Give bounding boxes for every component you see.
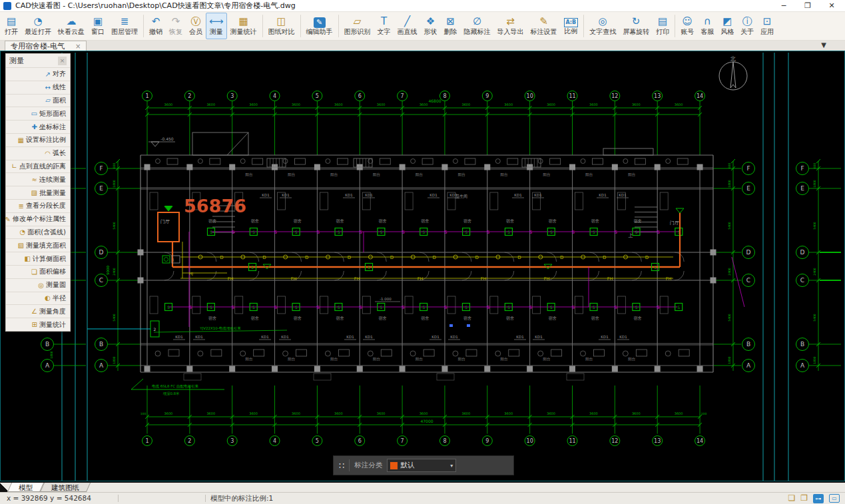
measure-tool-item[interactable]: ↔ 线性 [6,81,70,94]
toolbar-button[interactable]: ☁ 快看云盘 [55,13,88,39]
toolbar-button[interactable]: ⟷ 测量 [206,13,227,39]
svg-text:3600: 3600 [632,103,641,107]
measure-tool-item[interactable]: ▦ 设置标注比例 [6,133,70,146]
toolbar-button[interactable]: ∅ 隐藏标注 [461,13,494,39]
measure-tool-item[interactable]: ▭ 矩形面积 [6,107,70,120]
toolbar-button-icon: ◩ [722,16,732,28]
sheet-tab-drawing[interactable]: 建筑图纸 [42,483,89,492]
svg-text:1800: 1800 [50,351,53,359]
measure-tool-item[interactable]: ≈ 连续测量 [6,172,70,186]
toolbar-button[interactable]: ⓘ 关于 [737,13,757,39]
toolbar-button[interactable]: A:B 比例 [561,13,582,39]
measure-tool-item[interactable]: ◐ 半径 [6,292,70,305]
toolbar-button[interactable] [143,15,144,37]
toolbar-button[interactable]: ▦ 测量统计 [227,13,260,39]
measure-tool-item[interactable]: ✎ 修改单个标注属性 [6,212,70,226]
svg-text:1800: 1800 [113,356,116,364]
svg-text:宿舍: 宿舍 [336,218,344,224]
toolbar-button[interactable]: ⊡ 应用 [757,13,777,39]
tab-close-icon[interactable]: × [75,43,81,50]
document-tab[interactable]: 专用宿舍楼-电气 × [5,41,87,51]
measure-tool-item[interactable]: ❏ 面积偏移 [6,265,70,278]
toolbar-button[interactable]: ↶ 撤销 [146,13,166,39]
measure-tool-icon: ✚ [32,123,37,130]
toolbar-button[interactable]: ❖ 形状 [421,13,441,39]
measure-tool-item[interactable]: ⊞ 测量统计 [6,318,70,331]
window-mode-icon[interactable]: ▭ [829,494,840,503]
toolbar-button[interactable]: ◩ 风格 [717,13,737,39]
toolbar-button-icon: ▦ [238,16,248,28]
measure-tool-item[interactable]: ◎ 测量圆 [6,278,70,292]
measure-tool-item[interactable]: ▧ 测量填充面积 [6,238,70,252]
toolbar-button-icon: ⓘ [742,16,752,28]
maximize-button[interactable]: ❐ [796,0,820,12]
panel-close-icon[interactable]: × [58,57,67,65]
measure-tool-item[interactable]: ↗ 对齐 [6,67,70,81]
toolbar-button[interactable]: ✎ 标注设置 [527,13,561,39]
measure-tool-item[interactable]: ≣ 查看分段长度 [6,199,70,212]
toolbar-button[interactable]: ⇄ 导入导出 [494,13,527,39]
measure-tool-item[interactable]: ∟ 点到直线的距离 [6,160,70,173]
svg-text:600: 600 [113,163,116,169]
grid-icon[interactable]: ∷ [339,461,344,471]
share-export-icon[interactable]: ❐ [800,493,808,503]
measure-tool-item[interactable]: ◧ 计算侧面积 [6,252,70,265]
measure-tool-label: 弧长 [53,148,66,158]
toolbar-button[interactable]: ⊠ 删除 [441,13,461,39]
toolbar-button[interactable]: ◎ 文字查找 [586,13,619,39]
minimize-button[interactable]: − [772,0,796,12]
svg-text:-0.450: -0.450 [160,136,174,141]
close-button[interactable]: ✕ [820,0,844,12]
toolbar-button[interactable]: ☺ 账号 [677,13,697,39]
svg-text:KD1: KD1 [516,335,523,339]
measure-tool-item[interactable]: ◔ 面积(含弧线) [6,226,70,239]
pdf-export-icon[interactable]: ❏ [788,493,795,503]
sheet-tab-model[interactable]: 模型 [9,483,42,492]
toolbar-button[interactable]: ◔ 最近打开 [21,13,55,39]
toolbar-button[interactable] [300,15,301,37]
svg-text:2400: 2400 [113,268,116,276]
toolbar-button[interactable]: ◫ 图纸对比 [265,13,298,39]
svg-text:S: S [232,305,235,310]
svg-text:E: E [800,185,804,192]
toolbar-button[interactable] [583,15,584,37]
svg-text:S: S [465,305,467,310]
measure-tool-item[interactable]: ▨ 批量测量 [6,186,70,199]
svg-text:阳台: 阳台 [330,357,338,362]
svg-text:S: S [507,230,510,234]
toolbar-button-label: 客服 [701,28,714,36]
measure-tool-label: 连续测量 [39,175,66,184]
tab-filter-icon[interactable]: ▼ [821,41,826,49]
toolbar-button[interactable]: T 文字 [374,13,394,39]
svg-text:56876: 56876 [184,196,246,216]
svg-text:9: 9 [485,438,489,444]
toolbar-button[interactable]: ▤ 打开 [1,13,21,39]
cad-canvas[interactable]: 1360023600336004360053600636007360083600… [0,51,845,481]
toggle-on-icon[interactable]: ⊶ [813,494,824,503]
toolbar-button[interactable]: ▣ 窗口 [88,13,108,39]
measure-tool-item[interactable]: ✚ 坐标标注 [6,120,70,133]
svg-text:S: S [368,265,370,270]
toolbar-button[interactable]: ╱ 画直线 [394,13,421,39]
toolbar-button[interactable]: ✎ 编辑助手 [303,13,336,39]
toolbar-button[interactable]: Ⓥ 会员 [186,13,206,39]
measure-tool-icon: ⊞ [32,321,37,328]
toolbar-button[interactable]: ∩ 客服 [697,13,717,39]
toolbar-button[interactable] [675,15,675,37]
svg-text:YJV22X10-电缆埋地引来: YJV22X10-电缆埋地引来 [199,326,241,331]
toolbar-button[interactable]: ▤ 打印 [653,13,673,39]
annotation-class-select[interactable]: 默认 ▾ [387,459,456,472]
svg-text:1800: 1800 [813,356,816,364]
measure-tool-item[interactable]: ◠ 弧长 [6,146,70,160]
svg-text:阳台: 阳台 [288,172,295,177]
toolbar-button[interactable]: ≣ 图层管理 [108,13,141,39]
toolbar-button[interactable] [262,15,263,37]
measure-tool-item[interactable]: ▱ 面积 [6,94,70,107]
toolbar-button[interactable]: ▱ 图形识别 [341,13,374,39]
toolbar-button[interactable] [338,15,339,37]
toolbar-button[interactable]: ↻ 屏幕旋转 [619,13,653,39]
svg-text:3600: 3600 [334,103,343,107]
svg-text:FH: FH [544,276,550,282]
toolbar-button[interactable]: ↷ 恢复 [166,13,186,39]
measure-tool-item[interactable]: ∠ 测量角度 [6,304,70,318]
